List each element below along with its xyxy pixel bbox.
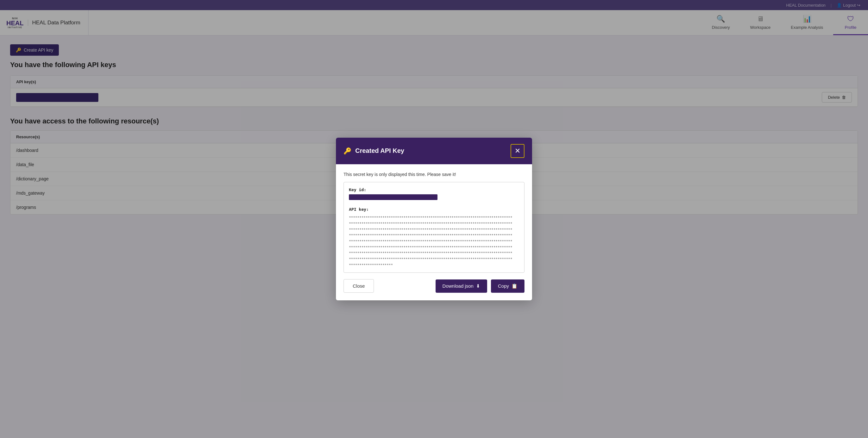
download-json-label: Download json [442,283,473,289]
modal-right-actions: Download json ⬇ Copy 📋 [436,280,524,293]
modal-overlay: 🔑 Created API Key ✕ This secret key is o… [0,0,868,438]
key-id-label: Key id: [349,187,519,193]
copy-label: Copy [498,283,509,289]
modal-close-action-button[interactable]: Close [344,279,374,293]
created-api-key-modal: 🔑 Created API Key ✕ This secret key is o… [336,138,532,301]
modal-actions: Close Download json ⬇ Copy 📋 [344,279,524,293]
download-icon: ⬇ [476,283,480,289]
modal-body: This secret key is only displayed this t… [336,164,532,301]
api-key-stars: ****************************************… [349,215,519,268]
modal-title: Created API Key [355,147,507,154]
api-key-display-box: Key id: API key: ***********************… [344,182,524,273]
modal-warning-text: This secret key is only displayed this t… [344,172,524,177]
api-key-section: API key: *******************************… [349,206,519,268]
api-key-value-label: API key: [349,206,519,213]
modal-header: 🔑 Created API Key ✕ [336,138,532,164]
copy-icon: 📋 [512,283,518,289]
copy-button[interactable]: Copy 📋 [491,280,524,293]
download-json-button[interactable]: Download json ⬇ [436,280,487,293]
key-id-value [349,194,437,200]
modal-close-button[interactable]: ✕ [510,144,524,158]
modal-key-icon: 🔑 [344,147,351,155]
